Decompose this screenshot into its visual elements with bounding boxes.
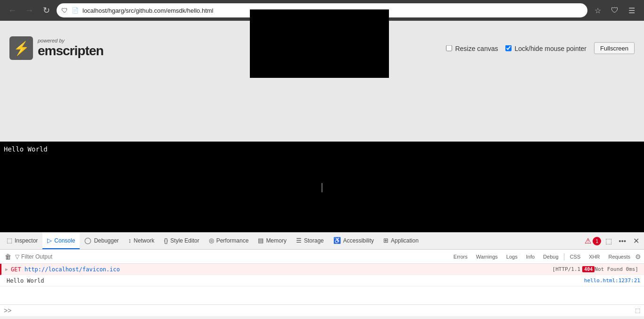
console-source-link[interactable]: hello.html:1237:21 — [584, 277, 640, 284]
xhr-filter-button[interactable]: XHR — [585, 253, 603, 260]
menu-button[interactable]: ☰ — [625, 4, 638, 17]
canvas-element — [250, 9, 389, 78]
reload-button[interactable]: ↻ — [40, 4, 53, 17]
status-code-badge: 404 — [582, 266, 594, 272]
lock-mouse-label[interactable]: Lock/hide mouse pointer — [505, 44, 586, 52]
lock-mouse-text: Lock/hide mouse pointer — [514, 44, 586, 52]
application-icon: ⊞ — [383, 237, 388, 244]
console-icon: ▷ — [47, 237, 52, 244]
level-buttons: Errors Warnings Logs Info Debug | CSS XH… — [450, 252, 641, 261]
debugger-icon: ◯ — [84, 237, 91, 244]
canvas-area — [0, 76, 644, 142]
console-input[interactable] — [15, 307, 635, 314]
tab-memory[interactable]: ▤ Memory — [253, 233, 291, 249]
tab-network[interactable]: ↕ Network — [124, 233, 159, 249]
close-devtools-button[interactable]: ✕ — [630, 235, 642, 246]
shield-toolbar-button[interactable]: 🛡 — [608, 4, 621, 17]
tab-console[interactable]: ▷ Console — [42, 233, 80, 249]
debugger-label: Debugger — [94, 237, 119, 244]
performance-label: Performance — [216, 237, 249, 244]
error-indicator: ⚠ 1 — [585, 236, 601, 245]
bookmark-button[interactable]: ☆ — [591, 4, 604, 17]
split-console-icon[interactable]: ⬚ — [635, 307, 640, 314]
toolbar-right: ☆ 🛡 ☰ — [591, 4, 638, 17]
filter-area: ▽ — [15, 253, 448, 260]
performance-icon: ◎ — [209, 237, 214, 244]
info-filter-button[interactable]: Info — [522, 253, 538, 260]
tab-inspector[interactable]: ⬚ Inspector — [2, 233, 42, 249]
output-text: Hello World — [4, 145, 640, 153]
console-toolbar: 🗑 ▽ Errors Warnings Logs Info Debug | CS… — [0, 250, 644, 264]
console-row-error: ▶ GET http://localhost/favicon.ico [HTTP… — [0, 264, 644, 275]
forward-button[interactable]: → — [23, 4, 36, 17]
storage-label: Storage — [304, 237, 324, 244]
doc-icon: 📄 — [72, 7, 79, 14]
tab-performance[interactable]: ◎ Performance — [204, 233, 254, 249]
storage-icon: ☰ — [296, 237, 302, 244]
status-text: Not Found 0ms] — [594, 266, 638, 272]
logo-text: powered by emscripten — [38, 38, 103, 59]
header-controls: Resize canvas Lock/hide mouse pointer Fu… — [446, 42, 635, 54]
style-editor-label: Style Editor — [170, 237, 199, 244]
resize-canvas-label[interactable]: Resize canvas — [446, 44, 498, 52]
tab-accessibility[interactable]: ♿ Accessibility — [329, 233, 379, 249]
powered-by-text: powered by — [38, 38, 103, 43]
devtools-right-controls: ⚠ 1 ⬚ ••• ✕ — [585, 235, 642, 246]
console-input-line: >> ⬚ — [0, 304, 644, 316]
error-url[interactable]: http://localhost/favicon.ico — [25, 266, 120, 273]
http-version: [HTTP/1.1 — [553, 266, 581, 272]
tab-storage[interactable]: ☰ Storage — [291, 233, 329, 249]
normal-message: Hello World — [7, 277, 584, 284]
resize-canvas-checkbox[interactable] — [446, 45, 452, 51]
cursor-indicator: | — [319, 181, 325, 193]
network-label: Network — [134, 237, 155, 244]
separator: | — [563, 252, 565, 261]
filter-input[interactable] — [21, 253, 448, 260]
bolt-icon: ⚡ — [13, 41, 30, 56]
error-count-badge: 1 — [593, 237, 601, 245]
tab-application[interactable]: ⊞ Application — [379, 233, 423, 249]
css-filter-button[interactable]: CSS — [566, 253, 585, 260]
logo-icon: ⚡ — [9, 36, 33, 60]
error-message: GET http://localhost/favicon.ico — [11, 266, 553, 273]
tab-debugger[interactable]: ◯ Debugger — [80, 233, 124, 249]
lock-mouse-checkbox[interactable] — [505, 45, 512, 51]
inspector-label: Inspector — [15, 237, 38, 244]
inspector-icon: ⬚ — [7, 237, 12, 244]
output-area: Hello World | — [0, 142, 644, 232]
more-options-button[interactable]: ••• — [616, 236, 628, 246]
accessibility-label: Accessibility — [343, 237, 374, 244]
expand-arrow-error[interactable]: ▶ — [5, 267, 8, 272]
dock-button[interactable]: ⬚ — [603, 236, 614, 246]
logs-filter-button[interactable]: Logs — [503, 253, 521, 260]
console-output: ▶ GET http://localhost/favicon.ico [HTTP… — [0, 264, 644, 304]
style-editor-icon: {} — [164, 237, 168, 244]
console-prompt: >> — [4, 307, 11, 314]
devtools-panel: ⬚ Inspector ▷ Console ◯ Debugger ↕ Netwo… — [0, 232, 644, 316]
accessibility-icon: ♿ — [333, 237, 341, 244]
console-label: Console — [54, 237, 75, 244]
app-name-text: emscripten — [38, 43, 103, 59]
requests-filter-button[interactable]: Requests — [605, 253, 634, 260]
debug-filter-button[interactable]: Debug — [539, 253, 562, 260]
memory-label: Memory — [266, 237, 286, 244]
memory-icon: ▤ — [258, 237, 264, 244]
warnings-filter-button[interactable]: Warnings — [472, 253, 502, 260]
tab-style-editor[interactable]: {} Style Editor — [159, 233, 204, 249]
resize-canvas-text: Resize canvas — [455, 44, 498, 52]
devtools-tabs: ⬚ Inspector ▷ Console ◯ Debugger ↕ Netwo… — [0, 233, 644, 250]
clear-console-button[interactable]: 🗑 — [3, 252, 13, 261]
emscripten-logo: ⚡ powered by emscripten — [9, 36, 103, 60]
console-row-normal: Hello World hello.html:1237:21 — [0, 275, 644, 286]
back-button[interactable]: ← — [6, 4, 19, 17]
errors-filter-button[interactable]: Errors — [450, 253, 471, 260]
console-settings-icon[interactable]: ⚙ — [635, 253, 641, 260]
filter-icon: ▽ — [15, 253, 19, 260]
fullscreen-button[interactable]: Fullscreen — [594, 42, 635, 54]
shield-icon: 🛡 — [61, 7, 68, 14]
network-icon: ↕ — [128, 237, 132, 244]
error-icon: ⚠ — [585, 236, 591, 245]
application-label: Application — [391, 237, 419, 244]
